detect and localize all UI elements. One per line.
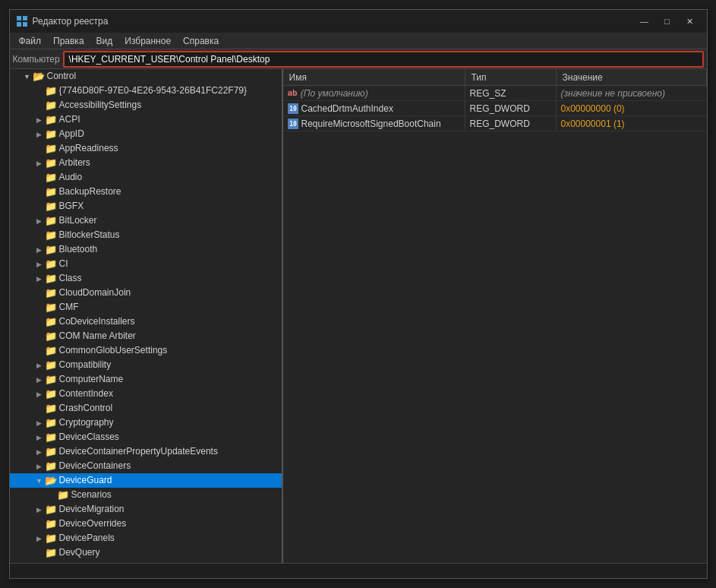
- tree-expander[interactable]: ▶: [34, 259, 45, 270]
- tree-expander[interactable]: ▶: [34, 418, 45, 428]
- tree-item-class[interactable]: ▶📁Class: [10, 271, 282, 286]
- tree-expander[interactable]: ▶: [34, 360, 45, 371]
- tree-item-devicepanels[interactable]: ▶📁DevicePanels: [10, 531, 282, 545]
- tree-item-appreadiness[interactable]: 📁AppReadiness: [10, 141, 282, 156]
- tree-expander[interactable]: [34, 331, 45, 342]
- folder-icon: 📁: [45, 85, 57, 96]
- tree-expander[interactable]: [34, 346, 45, 356]
- registry-row[interactable]: ab(По умолчанию)REG_SZ(значение не присв…: [283, 86, 707, 101]
- tree-expander[interactable]: ▼: [34, 476, 45, 486]
- close-button[interactable]: ✕: [680, 14, 701, 29]
- tree-item-control[interactable]: ▼📂Control: [10, 69, 282, 84]
- folder-icon: 📁: [45, 157, 57, 169]
- tree-expander[interactable]: [34, 230, 45, 241]
- folder-icon: 📁: [45, 345, 57, 356]
- tree-expander[interactable]: ▶: [34, 504, 45, 515]
- col-header-value: Значение: [557, 69, 707, 85]
- tree-expander[interactable]: ▶: [34, 129, 45, 140]
- tree-item-arbiters[interactable]: ▶📁Arbiters: [10, 156, 282, 170]
- svg-rect-1: [23, 16, 27, 21]
- tree-label: BackupRestore: [59, 185, 121, 199]
- tree-label: Compatibility: [59, 358, 112, 372]
- tree-item-crashcontrol[interactable]: 📁CrashControl: [10, 401, 282, 416]
- folder-icon: 📁: [45, 417, 57, 428]
- tree-item-clouddomainjoin[interactable]: 📁CloudDomainJoin: [10, 286, 282, 300]
- tree-item-deviceclasses[interactable]: ▶📁DeviceClasses: [10, 430, 282, 444]
- tree-expander[interactable]: ▶: [34, 375, 45, 385]
- tree-expander[interactable]: [34, 201, 45, 212]
- tree-expander[interactable]: ▶: [34, 158, 45, 169]
- tree-expander[interactable]: [34, 144, 45, 154]
- tree-expander[interactable]: ▶: [34, 216, 45, 226]
- tree-item-backuprestore[interactable]: 📁BackupRestore: [10, 185, 282, 199]
- tree-expander[interactable]: ▼: [22, 71, 33, 82]
- tree-item-deviceguard[interactable]: ▼📂DeviceGuard: [10, 473, 282, 488]
- tree-expander[interactable]: [34, 100, 45, 111]
- tree-label: DeviceClasses: [59, 430, 119, 444]
- tree-expander[interactable]: [34, 187, 45, 198]
- menu-item-вид[interactable]: Вид: [90, 34, 119, 48]
- addressbar-path[interactable]: \HKEY_CURRENT_USER\Control Panel\Desktop: [63, 51, 704, 68]
- tree-item-scenarios[interactable]: 📁Scenarios: [10, 488, 282, 502]
- tree-expander[interactable]: [34, 172, 45, 183]
- tree-item-devicecontainerpropertyupdateevents[interactable]: ▶📁DeviceContainerPropertyUpdateEvents: [10, 444, 282, 459]
- tree-item-bluetooth[interactable]: ▶📁Bluetooth: [10, 242, 282, 257]
- tree-expander[interactable]: [34, 302, 45, 313]
- tree-expander[interactable]: [34, 288, 45, 299]
- tree-expander[interactable]: ▶: [34, 447, 45, 457]
- tree-item-cmf[interactable]: 📁CMF: [10, 300, 282, 315]
- folder-icon: 📁: [45, 201, 57, 212]
- tree-expander[interactable]: [34, 317, 45, 327]
- tree-item-cryptography[interactable]: ▶📁Cryptography: [10, 416, 282, 430]
- tree-item-bitlockerstatus[interactable]: 📁BitlockerStatus: [10, 228, 282, 242]
- tree-item-appid[interactable]: ▶📁AppID: [10, 127, 282, 141]
- tree-label: DevQuery: [59, 545, 100, 560]
- folder-icon: 📁: [45, 215, 57, 226]
- tree-item-compatibility[interactable]: ▶📁Compatibility: [10, 358, 282, 372]
- tree-item-guid[interactable]: 📁{7746D80F-97E0-4E26-9543-26B41FC22F79}: [10, 84, 282, 98]
- tree-item-comnamearbiter[interactable]: 📁COM Name Arbiter: [10, 329, 282, 343]
- tree-item-bgfx[interactable]: 📁BGFX: [10, 199, 282, 213]
- tree-expander[interactable]: ▶: [34, 533, 45, 544]
- menu-item-избранное[interactable]: Избранное: [118, 34, 177, 48]
- tree-item-bitlocker[interactable]: ▶📁BitLocker: [10, 213, 282, 228]
- tree-item-devicemigration[interactable]: ▶📁DeviceMigration: [10, 502, 282, 517]
- menu-item-справка[interactable]: Справка: [177, 34, 225, 48]
- registry-tree[interactable]: ▼📂Control📁{7746D80F-97E0-4E26-9543-26B41…: [10, 69, 283, 563]
- registry-row[interactable]: 10CachedDrtmAuthIndexREG_DWORD0x00000000…: [283, 101, 707, 116]
- tree-expander[interactable]: ▶: [34, 245, 45, 255]
- minimize-button[interactable]: —: [634, 14, 655, 29]
- tree-expander[interactable]: ▶: [34, 461, 45, 472]
- right-panel: Имя Тип Значение ab(По умолчанию)REG_SZ(…: [283, 69, 707, 563]
- tree-label: CMF: [59, 300, 79, 315]
- tree-label: CI: [59, 257, 68, 271]
- tree-expander[interactable]: [34, 86, 45, 96]
- registry-row[interactable]: 10RequireMicrosoftSignedBootChainREG_DWO…: [283, 116, 707, 131]
- menu-item-правка[interactable]: Правка: [47, 34, 90, 48]
- tree-expander[interactable]: [34, 403, 45, 414]
- folder-icon: 📁: [45, 460, 57, 472]
- tree-expander[interactable]: ▶: [34, 273, 45, 284]
- tree-expander[interactable]: [34, 548, 45, 558]
- tree-expander[interactable]: ▶: [34, 389, 45, 400]
- folder-icon: 📁: [45, 374, 57, 385]
- tree-item-commonglobusersettings[interactable]: 📁CommonGlobUserSettings: [10, 343, 282, 358]
- tree-expander[interactable]: ▶: [34, 115, 45, 125]
- statusbar: [10, 563, 707, 578]
- tree-expander[interactable]: ▶: [34, 432, 45, 443]
- tree-expander[interactable]: [46, 490, 57, 501]
- tree-item-computername[interactable]: ▶📁ComputerName: [10, 372, 282, 387]
- tree-item-codeviceinstallers[interactable]: 📁CoDeviceInstallers: [10, 315, 282, 329]
- tree-label: COM Name Arbiter: [59, 329, 136, 343]
- tree-item-devquery[interactable]: 📁DevQuery: [10, 545, 282, 560]
- tree-item-audio[interactable]: 📁Audio: [10, 170, 282, 185]
- tree-item-accessibilitysettings[interactable]: 📁AccessibilitySettings: [10, 98, 282, 112]
- tree-expander[interactable]: [34, 519, 45, 530]
- menu-item-файл[interactable]: Файл: [13, 34, 48, 48]
- maximize-button[interactable]: □: [657, 14, 678, 29]
- tree-item-ci[interactable]: ▶📁CI: [10, 257, 282, 271]
- tree-item-contentindex[interactable]: ▶📁ContentIndex: [10, 387, 282, 401]
- tree-item-devicecontainers[interactable]: ▶📁DeviceContainers: [10, 459, 282, 473]
- tree-item-acpi[interactable]: ▶📁ACPI: [10, 112, 282, 127]
- tree-item-deviceoverrides[interactable]: 📁DeviceOverrides: [10, 517, 282, 531]
